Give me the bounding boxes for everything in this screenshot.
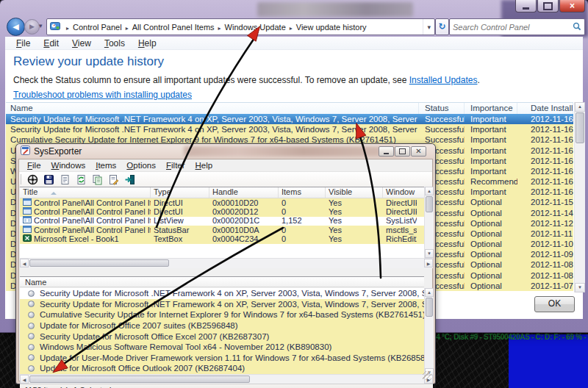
scroll-down-icon[interactable]: ▼ — [575, 283, 585, 292]
items-pane-header[interactable]: Name — [20, 276, 424, 287]
window-list-row[interactable]: Microsoft Excel - Book1TextBox0x0004C234… — [20, 235, 433, 244]
scrollbar-thumb[interactable] — [29, 259, 169, 267]
column-header-date-installed[interactable]: Date Installed — [517, 103, 573, 115]
exported-item-row[interactable]: Update for Microsoft Office 2007 suites … — [20, 320, 424, 331]
items-pane-hscrollbar[interactable]: ◀ ▶ — [20, 374, 433, 384]
installed-updates-link[interactable]: Installed Updates — [409, 75, 478, 85]
menu-item-file[interactable]: File — [22, 161, 46, 170]
item-name: Security Update for Microsoft .NET Frame… — [40, 289, 424, 298]
update-row[interactable]: Security Update for Microsoft .NET Frame… — [6, 114, 573, 124]
exported-item-row[interactable]: Security Update for Microsoft .NET Frame… — [20, 288, 424, 299]
scroll-down-icon[interactable]: ▼ — [425, 249, 434, 258]
scrollbar-thumb[interactable] — [426, 196, 433, 212]
breadcrumb-item[interactable]: Control Panel — [73, 23, 122, 32]
scroll-left-icon[interactable]: ◀ — [20, 259, 29, 267]
cell-type: ListView — [151, 216, 209, 226]
back-button[interactable]: ◀ — [7, 18, 25, 36]
refresh-icon[interactable] — [75, 173, 87, 185]
update-row[interactable]: Security Update for Microsoft .NET Frame… — [6, 124, 573, 134]
items-pane-vscrollbar[interactable]: ▲ ▼ — [424, 288, 434, 377]
menu-item-edit[interactable]: Edit — [37, 38, 65, 48]
exported-item-row[interactable]: Cumulative Security Update for Internet … — [20, 309, 424, 320]
window-list-row[interactable]: Control Panel\All Control Panel Items\Wi… — [20, 207, 433, 216]
menu-item-view[interactable]: View — [65, 38, 98, 48]
cell-items: 0 — [279, 207, 326, 217]
exit-icon[interactable] — [123, 173, 135, 185]
close-button[interactable]: × — [559, 0, 585, 12]
close-icon: × — [570, 2, 575, 10]
column-header-window-class[interactable]: Window Clas — [383, 187, 417, 198]
update-list-scrollbar[interactable]: ▲ ▼ — [574, 102, 585, 292]
sysexporter-titlebar[interactable]: SysExporter ✕ — [16, 144, 435, 159]
column-header-title[interactable]: Title — [20, 187, 151, 198]
column-header-visible[interactable]: Visible — [326, 187, 383, 198]
breadcrumb-dropdown-icon[interactable]: ▾ — [423, 19, 434, 35]
search-input[interactable] — [450, 23, 573, 32]
exported-item-row[interactable]: Update for User-Mode Driver Framework ve… — [20, 353, 424, 364]
refresh-button[interactable]: ↻ — [435, 18, 449, 35]
menu-item-options[interactable]: Options — [121, 161, 161, 170]
window-list-hscrollbar[interactable]: ◀ ▶ — [20, 258, 433, 268]
breadcrumb-item[interactable]: Windows Update — [225, 23, 286, 32]
scroll-up-icon[interactable]: ▲ — [575, 102, 585, 112]
exported-item-row[interactable]: Update for Microsoft Office Outlook 2007… — [20, 363, 424, 374]
cell-name: Security Update for Microsoft .NET Frame… — [6, 114, 419, 124]
exported-item-row[interactable]: Security Update for Microsoft .NET Frame… — [20, 299, 424, 310]
menu-item-help[interactable]: Help — [132, 38, 163, 48]
window-list-row[interactable]: Control Panel\All Control Panel Items\Wi… — [20, 226, 433, 234]
page-title: Review your update history — [13, 54, 164, 69]
column-header-type[interactable]: Type — [151, 187, 209, 198]
drag-target-icon[interactable] — [26, 173, 38, 185]
save-icon[interactable] — [43, 173, 54, 185]
sysexporter-minimize-button[interactable] — [379, 146, 394, 157]
column-header-status[interactable]: Status — [419, 103, 465, 115]
column-header-name: Name — [25, 278, 46, 287]
cell-date: 2012-11-16 — [517, 146, 573, 156]
breadcrumb-separator-icon: ▸ — [215, 25, 225, 32]
cell-imp: Important — [465, 156, 517, 166]
page-description: Check the Status column to ensure all im… — [13, 75, 480, 85]
column-header-handle[interactable]: Handle — [209, 187, 279, 198]
scroll-left-icon[interactable]: ◀ — [20, 375, 29, 384]
scroll-up-icon[interactable]: ▲ — [425, 288, 434, 297]
menu-item-help[interactable]: Help — [190, 161, 218, 170]
column-header-name[interactable]: Name — [6, 103, 419, 115]
item-name: Windows Malicious Software Removal Tool … — [40, 342, 331, 351]
menu-item-filter[interactable]: Filter — [161, 161, 190, 170]
window-list-row[interactable]: Control Panel\All Control Panel Items\Wi… — [20, 217, 433, 226]
sysexporter-client-area: FileWindowsItemsOptionsFilterHelp Title … — [18, 159, 433, 381]
exported-item-row[interactable]: Windows Malicious Software Removal Tool … — [20, 342, 424, 353]
scrollbar-thumb[interactable] — [426, 298, 433, 317]
item-bullet-icon — [28, 290, 35, 297]
menu-item-windows[interactable]: Windows — [46, 161, 91, 170]
sysexporter-title: SysExporter — [34, 146, 82, 157]
window-list-vscrollbar[interactable]: ▲ ▼ — [424, 187, 434, 258]
window-list-row[interactable]: Control Panel\All Control Panel Items\Wi… — [20, 198, 433, 207]
resize-grip[interactable] — [423, 371, 431, 380]
report-icon[interactable] — [59, 173, 71, 185]
scroll-up-icon[interactable]: ▲ — [425, 187, 434, 195]
troubleshoot-link[interactable]: Troubleshoot problems with installing up… — [13, 90, 192, 100]
recent-pages-dropdown[interactable]: ▾ — [39, 22, 43, 29]
breadcrumb-item[interactable]: All Control Panel Items — [132, 23, 215, 32]
minimize-button[interactable] — [515, 0, 537, 12]
scroll-right-icon[interactable]: ▶ — [424, 259, 433, 267]
sysexporter-restore-button[interactable] — [395, 146, 410, 157]
properties-icon[interactable] — [107, 173, 119, 185]
sysexporter-close-button[interactable]: ✕ — [411, 146, 426, 157]
scrollbar-thumb[interactable] — [29, 376, 250, 383]
breadcrumb-item[interactable]: View update history — [296, 23, 367, 32]
maximize-button[interactable] — [537, 0, 559, 12]
column-header-importance[interactable]: Importance — [465, 103, 517, 115]
breadcrumb[interactable]: ▸Control Panel▸All Control Panel Items▸W… — [46, 18, 435, 35]
menu-item-file[interactable]: File — [10, 38, 37, 48]
forward-button[interactable]: ▶ — [24, 19, 40, 35]
menu-item-items[interactable]: Items — [90, 161, 121, 170]
cell-visible: Yes — [326, 234, 383, 244]
menu-item-tools[interactable]: Tools — [98, 38, 132, 48]
ok-button[interactable]: OK — [534, 296, 575, 312]
copy-icon[interactable] — [91, 173, 103, 185]
column-header-items[interactable]: Items — [279, 187, 326, 198]
scrollbar-thumb[interactable] — [576, 112, 584, 143]
exported-item-row[interactable]: Security Update for Microsoft Office Exc… — [20, 331, 424, 342]
